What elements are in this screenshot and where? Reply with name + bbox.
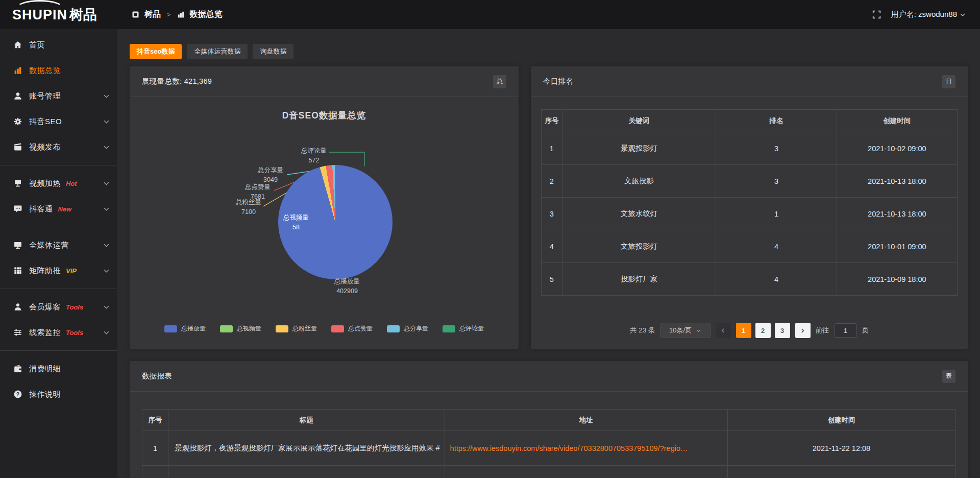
column-header: 排名 <box>716 110 837 132</box>
tab-询盘数据[interactable]: 询盘数据 <box>253 44 293 59</box>
sidebar-item-badge: Tools <box>66 329 83 337</box>
grid-icon <box>13 266 22 275</box>
table-row: 4文旅投影灯42021-10-01 09:00 <box>542 230 958 263</box>
legend-item-总视频量[interactable]: 总视频量 <box>220 324 261 333</box>
legend-item-总播放量[interactable]: 总播放量 <box>164 324 206 333</box>
legend-label: 总评论量 <box>459 324 484 333</box>
legend-label: 总点赞量 <box>348 324 373 333</box>
cell: 2021-10-13 18:00 <box>837 198 957 230</box>
daily-view-button[interactable]: 日 <box>942 75 955 88</box>
sidebar-item-矩阵助推[interactable]: 矩阵助推VIP <box>0 258 117 283</box>
breadcrumb-separator: > <box>167 11 171 18</box>
report-panel-title: 数据报表 <box>142 371 172 381</box>
fullscreen-icon[interactable] <box>872 10 881 19</box>
cell: 2021-11-22 12:08 <box>727 431 955 466</box>
column-header: 地址 <box>445 410 727 431</box>
sidebar-item-账号管理[interactable]: 账号管理 <box>0 83 117 109</box>
pie-label: 总粉丝量7100 <box>236 198 261 217</box>
legend-item-总分享量[interactable]: 总分享量 <box>387 324 428 333</box>
cell: 2021-10-13 18:00 <box>837 165 957 198</box>
sidebar-item-label: 视频发布 <box>29 142 61 152</box>
chevron-down-icon <box>103 144 110 151</box>
tab-全媒体运营数据[interactable]: 全媒体运营数据 <box>187 44 248 59</box>
legend-swatch <box>164 325 177 332</box>
legend-swatch <box>387 325 400 332</box>
sidebar-item-会员爆客[interactable]: 会员爆客Tools <box>0 294 117 320</box>
column-header: 序号 <box>142 410 168 431</box>
legend-item-总点赞量[interactable]: 总点赞量 <box>331 324 373 333</box>
chevron-down-icon <box>103 242 110 249</box>
sidebar-item-线索监控[interactable]: 线索监控Tools <box>0 320 117 345</box>
legend-swatch <box>443 325 455 332</box>
cell: 3 <box>716 132 837 165</box>
cell: 2021-10-09 18:00 <box>837 263 957 296</box>
sidebar-item-数据总览[interactable]: 数据总览 <box>0 58 117 83</box>
cell <box>168 466 445 478</box>
sidebar-item-抖音SEO[interactable]: 抖音SEO <box>0 109 117 134</box>
report-panel-header: 数据报表 表 <box>130 361 968 392</box>
overview-panel: 展现量总数: 421,369 总 D音SEO数据量总览 总评论量572 总分享量… <box>130 66 519 349</box>
cell <box>445 466 727 478</box>
goto-suffix: 页 <box>862 326 869 335</box>
cell: 5 <box>542 263 562 296</box>
user-menu[interactable]: 用户名: zswodun88 <box>891 10 966 19</box>
sidebar-item-badge: Tools <box>66 303 83 311</box>
sidebar-item-label: 数据总览 <box>29 66 61 76</box>
total-view-button[interactable]: 总 <box>493 75 506 88</box>
page-size-select[interactable]: 10条/页 <box>660 323 710 338</box>
legend-item-总粉丝量[interactable]: 总粉丝量 <box>276 324 317 333</box>
breadcrumb-root[interactable]: 树品 <box>144 9 161 20</box>
sidebar-item-badge: VIP <box>66 267 77 275</box>
legend-label: 总分享量 <box>404 324 428 333</box>
sidebar-item-全媒体运营[interactable]: 全媒体运营 <box>0 232 117 258</box>
legend-label: 总播放量 <box>181 324 206 333</box>
chevron-down-icon <box>103 268 110 274</box>
sidebar-item-label: 账号管理 <box>29 91 61 101</box>
pagination-total: 共 23 条 <box>630 326 655 335</box>
column-header: 关键词 <box>562 110 716 132</box>
cell: 2021-10-01 09:00 <box>837 230 957 263</box>
sidebar-item-视频发布[interactable]: 视频发布 <box>0 134 117 160</box>
breadcrumb-root-icon <box>132 11 139 18</box>
cell: 4 <box>542 230 562 263</box>
cell: 1 <box>716 198 837 230</box>
chevron-down-icon <box>103 304 110 310</box>
cell: 1 <box>142 431 168 466</box>
page-button-3[interactable]: 3 <box>775 323 790 338</box>
cell: 文旅投影灯 <box>562 230 716 263</box>
sidebar-item-首页[interactable]: 首页 <box>0 32 117 58</box>
report-panel: 数据报表 表 序号标题地址创建时间 1景观投影灯，夜游景观投影灯厂家展示展示落花… <box>130 361 968 478</box>
goto-label: 前往 <box>816 326 829 335</box>
cell: 文旅投影 <box>562 165 716 198</box>
sidebar-item-label: 全媒体运营 <box>29 241 69 250</box>
sidebar-item-操作说明[interactable]: ?操作说明 <box>0 381 117 407</box>
prev-page-button[interactable] <box>716 323 731 338</box>
breadcrumb: 树品 > 数据总览 <box>132 9 223 20</box>
chevron-down-icon <box>696 328 701 333</box>
member-icon <box>13 302 22 312</box>
column-header: 标题 <box>168 410 445 431</box>
pie-label: 总评论量572 <box>301 146 327 165</box>
page-button-1[interactable]: 1 <box>736 323 751 338</box>
sidebar-item-视频加热[interactable]: 视频加热Hot <box>0 171 117 196</box>
chart-title: D音SEO数据量总览 <box>130 109 519 122</box>
home-icon <box>13 40 22 50</box>
page-button-2[interactable]: 2 <box>755 323 771 338</box>
legend-item-总评论量[interactable]: 总评论量 <box>443 324 484 333</box>
overview-panel-header: 展现量总数: 421,369 总 <box>130 66 519 97</box>
table-view-button[interactable]: 表 <box>942 370 955 383</box>
goto-page-input[interactable] <box>835 323 857 338</box>
sidebar-menu: 首页数据总览账号管理抖音SEO视频发布视频加热Hot抖客通New全媒体运营矩阵助… <box>0 29 117 478</box>
pagination-pages: 123 <box>736 323 790 338</box>
cell <box>142 466 168 478</box>
link-cell[interactable]: https://www.iesdouyin.com/share/video/70… <box>445 431 727 466</box>
tab-bar: 抖音seo数据全媒体运营数据询盘数据 <box>130 44 293 59</box>
chevron-down-icon <box>103 118 110 125</box>
next-page-button[interactable] <box>795 323 811 338</box>
cell: 景观投影灯，夜游景观投影灯厂家展示展示落花灯在花园里的灯光投影应用效果 # <box>168 431 445 466</box>
main-content: 抖音seo数据全媒体运营数据询盘数据 展现量总数: 421,369 总 D音SE… <box>117 29 980 478</box>
sidebar-item-消费明细[interactable]: 消费明细 <box>0 356 117 381</box>
pie-label: 总播放量402909 <box>334 277 360 296</box>
tab-抖音seo数据[interactable]: 抖音seo数据 <box>130 44 182 59</box>
sidebar-item-抖客通[interactable]: 抖客通New <box>0 196 117 222</box>
